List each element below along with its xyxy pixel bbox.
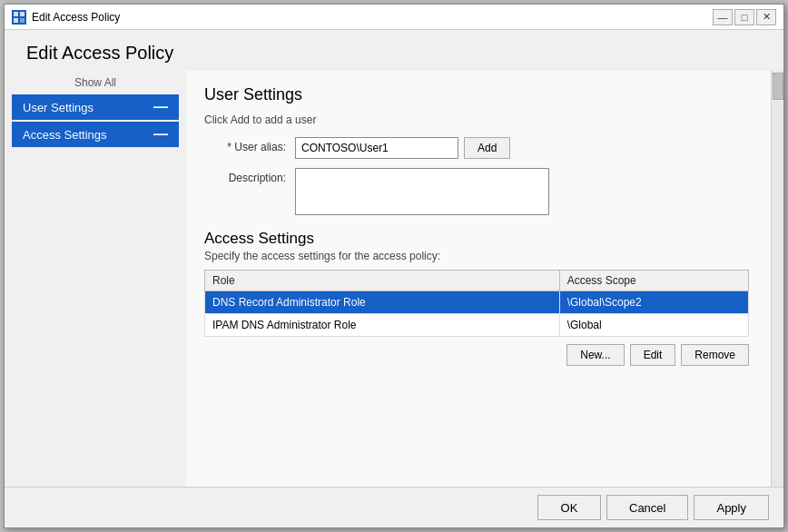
description-input[interactable] <box>295 168 549 215</box>
cancel-button[interactable]: Cancel <box>606 495 688 520</box>
user-alias-control-group: Add <box>295 137 749 159</box>
user-alias-label: * User alias: <box>204 137 295 153</box>
table-cell-scope: \Global <box>559 314 748 337</box>
main-window: Edit Access Policy — □ ✕ Edit Access Pol… <box>4 4 784 528</box>
access-table-header-row: Role Access Scope <box>205 271 749 291</box>
title-bar-controls: — □ ✕ <box>713 9 776 25</box>
access-table-body: DNS Record Administrator Role\Global\Sco… <box>205 291 749 337</box>
description-row: Description: <box>204 168 749 215</box>
bottom-bar: OK Cancel Apply <box>5 487 783 527</box>
access-settings-section: Access Settings Specify the access setti… <box>204 230 749 366</box>
sidebar-item-access-settings[interactable]: Access Settings — <box>12 122 179 147</box>
svg-rect-1 <box>20 12 25 16</box>
access-settings-title: Access Settings <box>204 230 749 248</box>
description-control-group <box>295 168 749 215</box>
window-title: Edit Access Policy <box>32 11 120 24</box>
scrollbar-thumb[interactable] <box>773 73 783 100</box>
close-button[interactable]: ✕ <box>756 9 776 25</box>
access-settings-subtitle: Specify the access settings for the acce… <box>204 250 749 262</box>
window-body: Edit Access Policy Show All User Setting… <box>5 30 783 527</box>
show-all-label: Show All <box>12 74 179 94</box>
maximize-button[interactable]: □ <box>734 9 754 25</box>
user-alias-row: * User alias: Add <box>204 137 749 159</box>
svg-rect-2 <box>14 18 18 23</box>
table-row[interactable]: IPAM DNS Administrator Role\Global <box>205 314 749 337</box>
add-button[interactable]: Add <box>464 137 510 159</box>
minimize-button[interactable]: — <box>713 9 733 25</box>
table-buttons: New... Edit Remove <box>204 344 749 366</box>
instruction-text: Click Add to add a user <box>204 113 749 126</box>
ok-button[interactable]: OK <box>537 495 601 520</box>
sidebar-user-settings-label: User Settings <box>23 101 94 114</box>
access-table: Role Access Scope DNS Record Administrat… <box>204 270 749 337</box>
edit-button[interactable]: Edit <box>630 344 676 366</box>
sidebar-user-settings-minus: — <box>153 100 168 114</box>
sidebar-item-user-settings[interactable]: User Settings — <box>12 94 179 120</box>
user-alias-input[interactable] <box>295 137 458 159</box>
scrollbar-track[interactable] <box>771 71 783 487</box>
apply-button[interactable]: Apply <box>694 495 769 520</box>
table-row[interactable]: DNS Record Administrator Role\Global\Sco… <box>205 291 749 314</box>
new-button[interactable]: New... <box>566 344 624 366</box>
title-bar: Edit Access Policy — □ ✕ <box>5 5 783 30</box>
user-settings-title: User Settings <box>204 85 749 104</box>
content-area: Show All User Settings — Access Settings… <box>5 71 783 487</box>
access-table-head: Role Access Scope <box>205 271 749 291</box>
main-content: User Settings Click Add to add a user * … <box>186 71 771 487</box>
table-cell-role: DNS Record Administrator Role <box>205 291 560 314</box>
svg-rect-0 <box>14 12 18 16</box>
col-header-role: Role <box>205 271 560 291</box>
remove-button[interactable]: Remove <box>681 344 749 366</box>
table-cell-role: IPAM DNS Administrator Role <box>205 314 560 337</box>
svg-rect-3 <box>20 18 25 23</box>
sidebar-access-settings-minus: — <box>153 127 168 142</box>
table-cell-scope: \Global\Scope2 <box>559 291 748 314</box>
title-bar-left: Edit Access Policy <box>12 10 120 25</box>
description-label: Description: <box>204 168 295 184</box>
col-header-scope: Access Scope <box>559 271 748 291</box>
page-title: Edit Access Policy <box>5 30 783 71</box>
sidebar: Show All User Settings — Access Settings… <box>5 71 186 487</box>
sidebar-access-settings-label: Access Settings <box>23 128 107 142</box>
app-icon <box>12 10 26 25</box>
